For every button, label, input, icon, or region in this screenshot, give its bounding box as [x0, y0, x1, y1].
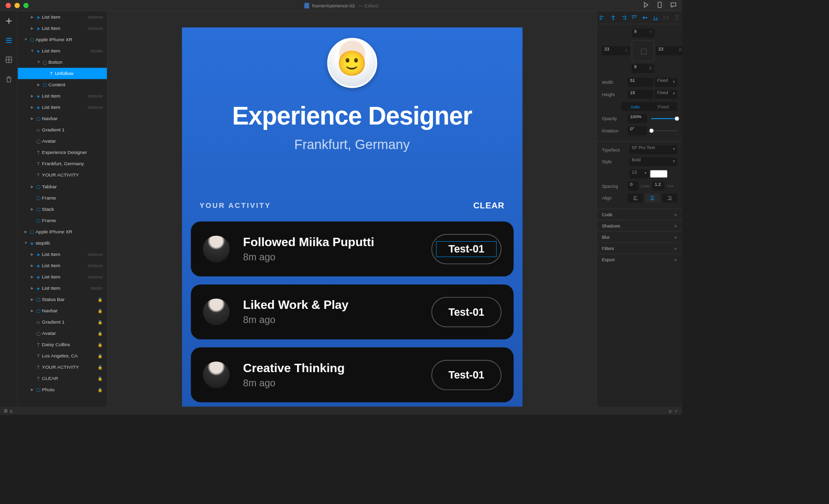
opacity-input[interactable]: 100% — [628, 114, 648, 123]
layer-row[interactable]: TUnfollow — [18, 68, 107, 79]
layer-row[interactable]: ▶◈List ItemInstance — [18, 90, 107, 101]
text-align-center-icon[interactable] — [645, 194, 660, 202]
layer-row[interactable]: ▶▢Navbar🔒 — [18, 305, 107, 316]
distribute-h-icon[interactable] — [661, 11, 672, 24]
layer-row[interactable]: TDaisy Collins🔒 — [18, 339, 107, 350]
lock-icon[interactable]: 🔒 — [97, 353, 103, 358]
lock-icon[interactable]: 🔒 — [97, 365, 103, 369]
close-window-button[interactable] — [6, 3, 11, 8]
layer-row[interactable]: ◯Avatar — [18, 136, 107, 147]
lock-icon[interactable]: 🔒 — [97, 308, 103, 313]
height-input[interactable]: 15 — [628, 90, 653, 99]
blur-section-header[interactable]: Blur+ — [597, 231, 682, 243]
width-input[interactable]: 51 — [628, 78, 653, 87]
activity-button[interactable]: Test-01 — [431, 360, 501, 390]
disclosure-icon[interactable]: ▶ — [30, 263, 35, 267]
layer-row[interactable]: ▶▢Content — [18, 79, 107, 90]
disclosure-icon[interactable]: ▶ — [30, 184, 35, 188]
disclosure-icon[interactable]: ▼ — [24, 38, 28, 42]
layer-row[interactable]: ▼◈List ItemMaster — [18, 45, 107, 56]
layer-row[interactable]: ▶▢Photo🔒 — [18, 384, 107, 395]
disclosure-icon[interactable]: ▶ — [30, 298, 35, 302]
add-tool[interactable] — [4, 17, 12, 25]
device-icon[interactable] — [656, 1, 663, 9]
disclosure-icon[interactable]: ▶ — [30, 26, 35, 30]
constraint-widget[interactable] — [632, 40, 654, 61]
layer-row[interactable]: ▶▢Tabbar — [18, 181, 107, 192]
pos-bottom-input[interactable]: 9B — [632, 64, 654, 73]
layer-row[interactable]: ▭Gradient 1 — [18, 124, 107, 135]
align-top-icon[interactable] — [629, 11, 640, 24]
store-tool[interactable] — [4, 75, 12, 83]
pos-right-input[interactable]: 23R — [656, 47, 682, 55]
disclosure-icon[interactable]: ▶ — [30, 286, 35, 290]
layer-row[interactable]: TYOUR ACTIVITY🔒 — [18, 361, 107, 373]
align-right-icon[interactable] — [618, 11, 629, 24]
activity-button[interactable]: Test-01 — [431, 297, 501, 327]
align-center-h-icon[interactable] — [608, 11, 619, 24]
layer-row[interactable]: TLos Angeles, CA🔒 — [18, 350, 107, 361]
disclosure-icon[interactable]: ▼ — [30, 49, 35, 53]
layer-row[interactable]: ▶▢Status Bar🔒 — [18, 294, 107, 305]
text-align-left-icon[interactable] — [628, 194, 644, 202]
distribute-v-icon[interactable] — [672, 11, 682, 24]
plus-icon[interactable]: + — [674, 211, 678, 218]
canvas[interactable]: 🙂 Experience Designer Frankfurt, Germany… — [107, 11, 597, 407]
layer-row[interactable]: TCLEAR🔒 — [18, 373, 107, 384]
components-tool[interactable] — [4, 56, 12, 64]
disclosure-icon[interactable]: ▶ — [30, 309, 35, 313]
pos-left-input[interactable]: 23L — [602, 47, 630, 55]
export-section-header[interactable]: Export+ — [597, 254, 682, 265]
code-section-header[interactable]: Code+ — [597, 208, 682, 220]
plus-icon[interactable]: + — [674, 245, 678, 252]
letter-spacing-input[interactable]: 0 — [628, 181, 638, 190]
activity-button[interactable]: Test-01 — [431, 234, 501, 264]
lock-icon[interactable]: 🔒 — [97, 331, 103, 335]
disclosure-icon[interactable]: ▼ — [36, 60, 41, 64]
style-select[interactable]: Bold — [629, 157, 678, 166]
disclosure-icon[interactable]: ▶ — [30, 94, 35, 98]
disclosure-icon[interactable]: ▶ — [24, 229, 28, 233]
rotation-input[interactable]: 0° — [628, 126, 648, 135]
play-icon[interactable] — [643, 1, 649, 9]
layer-row[interactable]: ▶▢Apple iPhone XR — [18, 226, 107, 237]
layer-row[interactable]: TExperience Designer — [18, 147, 107, 158]
plus-icon[interactable]: + — [674, 223, 678, 229]
layer-row[interactable]: TFrankfurt, Germany — [18, 158, 107, 170]
opacity-slider[interactable] — [651, 118, 677, 119]
disclosure-icon[interactable]: ▶ — [30, 388, 35, 392]
size-auto[interactable]: Auto — [621, 102, 649, 111]
layer-row[interactable]: ▼◯Button — [18, 56, 107, 68]
height-mode-select[interactable]: Fixed — [655, 90, 678, 99]
disclosure-icon[interactable]: ▼ — [24, 241, 28, 245]
disclosure-icon[interactable]: ▶ — [30, 275, 35, 278]
lock-icon[interactable]: 🔒 — [97, 297, 103, 302]
fontsize-input[interactable]: 13 — [629, 170, 649, 178]
typeface-select[interactable]: SF Pro Text — [629, 145, 678, 154]
shadows-section-header[interactable]: Shadows+ — [597, 220, 682, 231]
layer-row[interactable]: ▶▢Stack — [18, 203, 107, 215]
layer-row[interactable]: ▶◈List ItemInstance — [18, 11, 107, 23]
layers-panel[interactable]: ▶◈List ItemInstance▶◈List ItemInstance▼▢… — [18, 11, 107, 407]
layer-row[interactable]: ▢Frame — [18, 215, 107, 226]
size-fixed[interactable]: Fixed — [649, 102, 677, 111]
lock-icon[interactable]: 🔒 — [97, 342, 103, 347]
layer-row[interactable]: ▶▢Navbar — [18, 113, 107, 124]
layer-row[interactable]: ◯Avatar🔒 — [18, 328, 107, 339]
align-center-v-icon[interactable] — [640, 11, 651, 24]
text-color-chip[interactable] — [651, 170, 668, 177]
layer-row[interactable]: ▢Frame — [18, 192, 107, 203]
layer-row[interactable]: TYOUR ACTIVITY — [18, 170, 107, 181]
line-height-input[interactable]: 1.2 — [653, 181, 665, 190]
disclosure-icon[interactable]: ▶ — [30, 207, 35, 211]
plus-icon[interactable]: + — [674, 234, 678, 240]
layer-row[interactable]: ▼▢Apple iPhone XR — [18, 34, 107, 45]
layer-row[interactable]: ▶◈List ItemInstance — [18, 260, 107, 271]
layers-tool[interactable] — [4, 36, 12, 44]
disclosure-icon[interactable]: ▶ — [30, 15, 35, 19]
disclosure-icon[interactable]: ▶ — [36, 83, 41, 87]
minimize-window-button[interactable] — [15, 3, 20, 8]
layer-row[interactable]: ▶◈List ItemInstance — [18, 249, 107, 260]
width-mode-select[interactable]: Fixed — [655, 78, 678, 87]
layer-row[interactable]: ▶◈List ItemInstance — [18, 271, 107, 282]
